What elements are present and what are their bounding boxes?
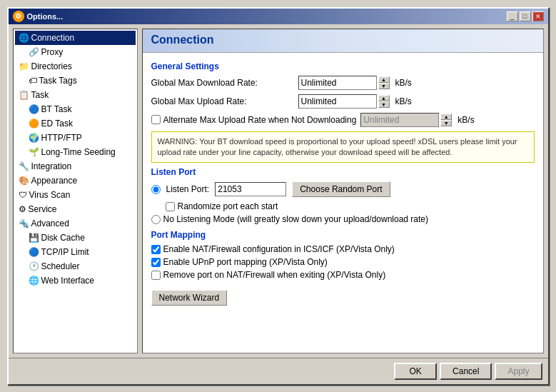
service-icon: ⚙ (19, 204, 26, 214)
upload-rate-input-group: ▲ ▼ (298, 94, 390, 109)
sidebar-item-service[interactable]: ⚙ Service (15, 202, 136, 216)
title-bar: ⚙ Options... _ □ ✕ (9, 9, 548, 24)
content-panel: Connection General Settings Global Max D… (142, 29, 544, 353)
sidebar-item-integration[interactable]: 🔧 Integration (15, 159, 136, 174)
window-icon: ⚙ (13, 11, 24, 22)
sidebar-item-long-time-seeding[interactable]: 🌱 Long-Time Seeding (15, 145, 136, 159)
sidebar-item-advanced[interactable]: 🔩 Advanced (15, 216, 136, 231)
sidebar-item-proxy[interactable]: 🔗 Proxy (15, 45, 136, 59)
upnp-row: Enable UPnP port mapping (XP/Vista Only) (151, 257, 535, 267)
network-wizard-button[interactable]: Network Wizard (151, 290, 228, 306)
upload-rate-input[interactable] (298, 94, 377, 109)
download-rate-row: Global Max Download Rate: ▲ ▼ kB/s (151, 76, 535, 90)
directories-icon: 📁 (19, 61, 29, 71)
download-rate-input[interactable] (298, 76, 377, 90)
sidebar-item-scheduler[interactable]: 🕐 Scheduler (15, 259, 136, 273)
alt-upload-checkbox[interactable] (151, 115, 161, 124)
randomize-label: Randomize port each start (178, 201, 278, 211)
warning-box: WARNING: Your BT download speed is propo… (151, 131, 535, 164)
randomize-checkbox[interactable] (166, 202, 175, 211)
cancel-button[interactable]: Cancel (440, 363, 492, 380)
http-ftp-icon: 🌍 (29, 133, 39, 143)
close-button[interactable]: ✕ (532, 11, 544, 21)
upnp-label: Enable UPnP port mapping (XP/Vista Only) (163, 257, 328, 267)
nat-checkbox[interactable] (151, 245, 161, 254)
port-mapping-section-label: Port Mapping (151, 230, 535, 240)
upload-rate-label: Global Max Upload Rate: (151, 96, 294, 106)
listen-port-row: Listen Port: Choose Random Port (151, 181, 535, 197)
download-rate-unit: kB/s (395, 78, 412, 88)
minimize-button[interactable]: _ (507, 11, 518, 21)
sidebar-item-appearance[interactable]: 🎨 Appearance (15, 174, 136, 188)
download-rate-input-group: ▲ ▼ (298, 76, 390, 90)
apply-button[interactable]: Apply (495, 363, 542, 380)
sidebar: 🌐 Connection 🔗 Proxy 📁 Directories 🏷 Tas… (13, 29, 138, 353)
listen-port-input[interactable] (215, 182, 286, 196)
sidebar-item-task-tags[interactable]: 🏷 Task Tags (15, 74, 136, 88)
title-bar-left: ⚙ Options... (13, 11, 64, 22)
sidebar-item-connection[interactable]: 🌐 Connection (15, 31, 136, 45)
footer: OK Cancel Apply (9, 358, 548, 384)
nat-label: Enable NAT/Firewall configuration in ICS… (163, 244, 395, 254)
remove-port-checkbox[interactable] (151, 271, 161, 280)
alt-upload-spin-down[interactable]: ▼ (440, 120, 452, 126)
upload-rate-spin-up[interactable]: ▲ (378, 95, 390, 101)
alt-upload-spin-up[interactable]: ▲ (440, 114, 452, 120)
alt-upload-rate-row: Alternate Max Upload Rate when Not Downl… (151, 113, 535, 127)
window-body: 🌐 Connection 🔗 Proxy 📁 Directories 🏷 Tas… (9, 24, 548, 358)
upload-rate-unit: kB/s (395, 96, 412, 106)
sidebar-item-http-ftp[interactable]: 🌍 HTTP/FTP (15, 131, 136, 145)
listen-port-radio[interactable] (151, 185, 161, 194)
sidebar-item-directories[interactable]: 📁 Directories (15, 59, 136, 74)
remove-port-row: Remove port on NAT/Firewall when exiting… (151, 270, 535, 280)
title-bar-buttons: _ □ ✕ (507, 11, 544, 21)
window-title: Options... (27, 12, 64, 21)
nat-row: Enable NAT/Firewall configuration in ICS… (151, 244, 535, 254)
no-listening-label: No Listening Mode (will greatly slow dow… (163, 214, 429, 224)
sidebar-item-bt-task[interactable]: 🔵 BT Task (15, 102, 136, 116)
upload-rate-spin-down[interactable]: ▼ (378, 101, 390, 108)
ok-button[interactable]: OK (394, 363, 437, 380)
connection-icon: 🌐 (19, 33, 29, 43)
upnp-checkbox[interactable] (151, 258, 161, 267)
remove-port-label: Remove port on NAT/Firewall when exiting… (163, 270, 386, 280)
options-window: ⚙ Options... _ □ ✕ 🌐 Connection 🔗 Proxy … (7, 7, 550, 386)
tcp-ip-limit-icon: 🔵 (29, 247, 39, 257)
download-rate-spinner: ▲ ▼ (378, 76, 390, 89)
randomize-row: Randomize port each start (151, 201, 535, 211)
integration-icon: 🔧 (19, 161, 29, 171)
no-listening-row: No Listening Mode (will greatly slow dow… (151, 214, 535, 224)
long-time-seeding-icon: 🌱 (29, 147, 39, 157)
virus-scan-icon: 🛡 (19, 190, 27, 200)
listen-port-label: Listen Port: (166, 184, 210, 194)
alt-upload-input-group: ▲ ▼ (360, 113, 452, 127)
task-icon: 📋 (19, 90, 29, 100)
choose-random-port-button[interactable]: Choose Random Port (292, 181, 390, 197)
ed-task-icon: 🟠 (29, 119, 39, 129)
upload-rate-spinner: ▲ ▼ (378, 95, 390, 108)
listen-port-section-label: Listen Port (151, 167, 535, 177)
sidebar-item-ed-task[interactable]: 🟠 ED Task (15, 116, 136, 131)
sidebar-item-task[interactable]: 📋 Task (15, 88, 136, 102)
download-rate-spin-down[interactable]: ▼ (378, 83, 390, 89)
content-title: Connection (151, 34, 535, 46)
upload-rate-row: Global Max Upload Rate: ▲ ▼ kB/s (151, 94, 535, 109)
sidebar-item-virus-scan[interactable]: 🛡 Virus Scan (15, 188, 136, 202)
sidebar-item-web-interface[interactable]: 🌐 Web Interface (15, 273, 136, 288)
download-rate-spin-up[interactable]: ▲ (378, 76, 390, 83)
no-listening-radio[interactable] (151, 215, 161, 224)
download-rate-label: Global Max Download Rate: (151, 78, 294, 88)
maximize-button[interactable]: □ (520, 11, 531, 21)
sidebar-item-disk-cache[interactable]: 💾 Disk Cache (15, 231, 136, 245)
advanced-icon: 🔩 (19, 218, 29, 228)
proxy-icon: 🔗 (29, 47, 39, 57)
disk-cache-icon: 💾 (29, 233, 39, 243)
alt-upload-input[interactable] (360, 113, 439, 127)
network-wizard-row: Network Wizard (151, 290, 535, 306)
sidebar-item-tcp-ip-limit[interactable]: 🔵 TCP/IP Limit (15, 245, 136, 259)
content-header: Connection (143, 29, 543, 53)
task-tags-icon: 🏷 (29, 76, 37, 86)
alt-upload-label: Alternate Max Upload Rate when Not Downl… (163, 115, 357, 125)
alt-upload-spinner: ▲ ▼ (440, 114, 452, 126)
scheduler-icon: 🕐 (29, 261, 39, 271)
